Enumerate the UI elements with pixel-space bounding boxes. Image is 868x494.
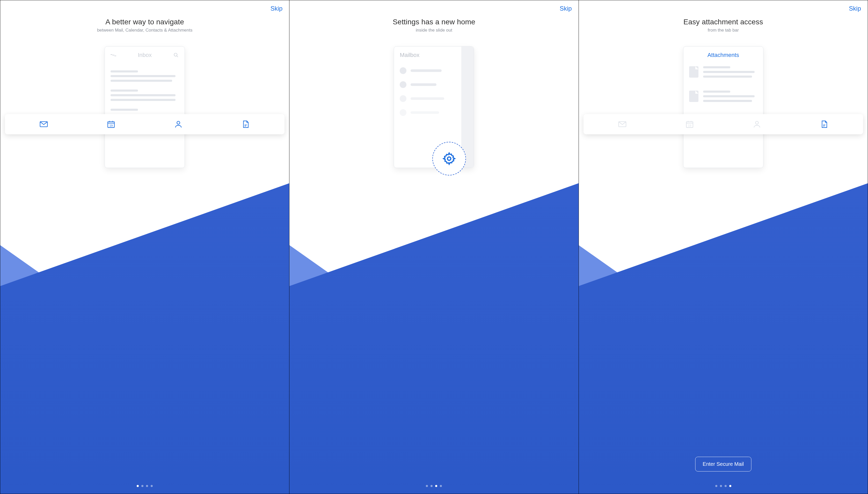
svg-point-18 (755, 121, 758, 124)
calendar-tab[interactable]: 19 (684, 119, 695, 129)
calendar-icon: 19 (107, 120, 115, 129)
mail-tab[interactable] (617, 119, 627, 129)
mock-app-card: Attachments (683, 46, 763, 168)
image-thumb-icon (689, 91, 698, 102)
card-title: Inbox (116, 52, 173, 58)
page-dot (146, 485, 148, 487)
calendar-tab[interactable]: 19 (106, 119, 116, 129)
skip-button[interactable]: Skip (270, 5, 283, 12)
svg-text:19: 19 (110, 124, 113, 127)
card-title: Attachments (689, 52, 757, 58)
mail-icon (39, 120, 48, 129)
onboarding-title: Easy attachment access (579, 18, 868, 26)
contacts-icon (174, 120, 183, 129)
contacts-icon (753, 120, 761, 129)
onboarding-subtitle: from the tab bar (579, 28, 868, 33)
page-dot (435, 485, 437, 487)
page-dot (137, 485, 139, 487)
skip-button[interactable]: Skip (849, 5, 861, 12)
tab-dock: 19 (584, 114, 863, 134)
list-item (400, 67, 456, 74)
mock-app-card: Mailbox (394, 46, 474, 168)
enter-secure-mail-button[interactable]: Enter Secure Mail (695, 457, 751, 472)
svg-text:19: 19 (688, 124, 691, 127)
attachments-tab[interactable] (819, 119, 829, 129)
list-item (400, 81, 456, 88)
page-dot (431, 485, 433, 487)
attachment-row (689, 91, 757, 104)
svg-line-1 (177, 56, 178, 57)
mail-icon (618, 120, 627, 129)
search-icon (173, 52, 179, 58)
page-dot (151, 485, 153, 487)
page-indicator (289, 485, 578, 487)
mock-app-card: Inbox (105, 46, 185, 168)
page-dot (715, 485, 717, 487)
page-dot (141, 485, 144, 487)
onboarding-subtitle: inside the slide out (289, 28, 578, 33)
settings-highlight[interactable] (432, 142, 466, 175)
file-icon (241, 120, 250, 129)
card-title: Mailbox (400, 52, 456, 58)
attachments-tab[interactable] (241, 119, 251, 129)
onboarding-pane-3: Skip Easy attachment access from the tab… (579, 0, 868, 494)
tab-dock: 19 (5, 114, 284, 134)
onboarding-pane-1: Skip A better way to navigate between Ma… (0, 0, 289, 494)
gear-icon (442, 152, 456, 165)
mail-tab[interactable] (39, 119, 49, 129)
attachment-row (689, 66, 757, 80)
list-item (400, 109, 456, 116)
svg-point-8 (177, 121, 180, 124)
hamburger-icon (111, 52, 116, 58)
page-indicator (0, 485, 289, 487)
svg-point-0 (174, 53, 177, 56)
page-dot (724, 485, 727, 487)
onboarding-heading: Settings has a new home inside the slide… (289, 18, 578, 33)
page-dot (720, 485, 722, 487)
file-icon (820, 120, 829, 129)
calendar-icon: 19 (685, 120, 694, 129)
onboarding-subtitle: between Mail, Calendar, Contacts & Attac… (0, 28, 289, 33)
svg-point-11 (448, 157, 451, 160)
onboarding-heading: A better way to navigate between Mail, C… (0, 18, 289, 33)
skip-button[interactable]: Skip (560, 5, 572, 12)
contacts-tab[interactable] (173, 119, 184, 129)
page-dot (426, 485, 428, 487)
onboarding-title: Settings has a new home (289, 18, 578, 26)
page-indicator (579, 485, 868, 487)
list-item (400, 95, 456, 102)
skeleton-content (111, 70, 179, 111)
onboarding-pane-2: Skip Settings has a new home inside the … (289, 0, 579, 494)
onboarding-title: A better way to navigate (0, 18, 289, 26)
page-dot (729, 485, 731, 487)
onboarding-heading: Easy attachment access from the tab bar (579, 18, 868, 33)
page-dot (440, 485, 442, 487)
contacts-tab[interactable] (752, 119, 762, 129)
pdf-thumb-icon (689, 66, 698, 78)
